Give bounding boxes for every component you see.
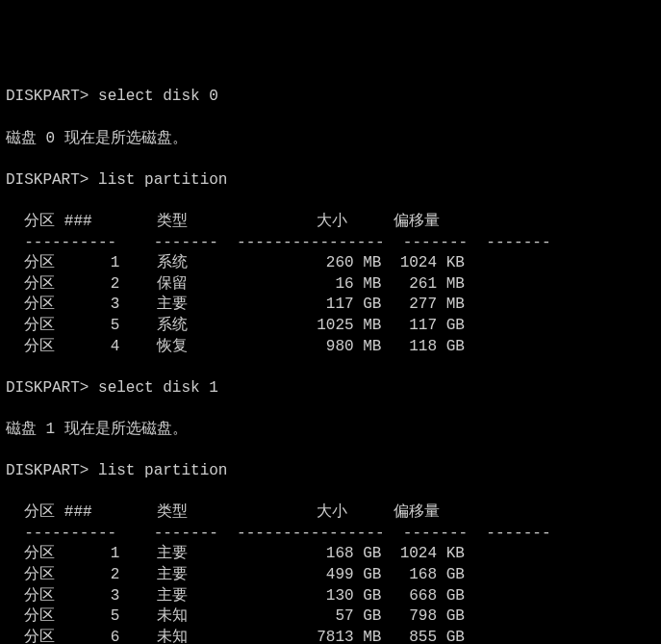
terminal-line <box>6 191 655 212</box>
terminal-line: DISKPART> list partition <box>6 461 655 482</box>
terminal-line <box>6 149 655 170</box>
terminal-line <box>6 482 655 503</box>
terminal-line <box>6 440 655 461</box>
table-row: 分区 5 未知 57 GB 798 GB <box>6 607 465 625</box>
terminal-line: 分区 2 保留 16 MB 261 MB <box>6 274 655 296</box>
terminal-line <box>6 108 655 129</box>
table-row: 分区 3 主要 130 GB 668 GB <box>6 587 465 605</box>
terminal-line: DISKPART> select disk 0 <box>6 87 655 108</box>
terminal-line: 磁盘 0 现在是所选磁盘。 <box>6 129 655 150</box>
msg-disk1-selected: 磁盘 1 现在是所选磁盘。 <box>6 421 188 438</box>
terminal-line: 分区 5 系统 1025 MB 117 GB <box>6 316 655 337</box>
table-dashes: ---------- ------- ---------------- ----… <box>6 525 551 542</box>
terminal-line: DISKPART> select disk 1 <box>6 378 655 399</box>
table-row: 分区 3 主要 117 GB 277 MB <box>6 296 465 313</box>
table-header: 分区 ### 类型 大小 偏移量 <box>6 213 440 230</box>
table-row: 分区 4 恢复 980 MB 118 GB <box>6 338 465 355</box>
terminal-line <box>6 399 655 420</box>
prompt: DISKPART> <box>6 379 89 397</box>
terminal-line: 分区 4 恢复 980 MB 118 GB <box>6 337 655 358</box>
terminal-line: 分区 1 系统 260 MB 1024 KB <box>6 253 655 274</box>
terminal-line: 分区 3 主要 130 GB 668 GB <box>6 586 655 607</box>
table-row: 分区 2 主要 499 GB 168 GB <box>6 566 465 583</box>
terminal-line: 分区 3 主要 117 GB 277 MB <box>6 295 655 316</box>
terminal-line: DISKPART> list partition <box>6 170 655 192</box>
table-header: 分区 ### 类型 大小 偏移量 <box>6 503 440 521</box>
table-row: 分区 1 系统 260 MB 1024 KB <box>6 254 465 271</box>
table-row: 分区 5 系统 1025 MB 117 GB <box>6 317 465 334</box>
table-row: 分区 2 保留 16 MB 261 MB <box>6 275 465 293</box>
terminal-line: 磁盘 1 现在是所选磁盘。 <box>6 420 655 441</box>
terminal-line <box>6 357 655 378</box>
terminal-line: 分区 ### 类型 大小 偏移量 <box>6 212 655 233</box>
terminal-line: 分区 ### 类型 大小 偏移量 <box>6 502 655 524</box>
cmd-select-disk-0: select disk 0 <box>98 88 218 105</box>
cmd-list-partition: list partition <box>98 462 227 479</box>
terminal-line: 分区 1 主要 168 GB 1024 KB <box>6 544 655 565</box>
msg-disk0-selected: 磁盘 0 现在是所选磁盘。 <box>6 130 188 147</box>
terminal-window[interactable]: DISKPART> select disk 0 磁盘 0 现在是所选磁盘。 DI… <box>6 87 655 644</box>
cmd-list-partition: list partition <box>98 171 227 189</box>
cmd-select-disk-1: select disk 1 <box>98 379 218 397</box>
terminal-line: ---------- ------- ---------------- ----… <box>6 233 655 254</box>
terminal-line: ---------- ------- ---------------- ----… <box>6 524 655 545</box>
prompt: DISKPART> <box>6 462 89 479</box>
terminal-line: 分区 2 主要 499 GB 168 GB <box>6 565 655 586</box>
terminal-line: 分区 5 未知 57 GB 798 GB <box>6 606 655 628</box>
table-row: 分区 6 未知 7813 MB 855 GB <box>6 629 465 644</box>
table-row: 分区 1 主要 168 GB 1024 KB <box>6 545 465 562</box>
terminal-line: 分区 6 未知 7813 MB 855 GB <box>6 628 655 644</box>
table-dashes: ---------- ------- ---------------- ----… <box>6 234 551 251</box>
prompt: DISKPART> <box>6 88 89 105</box>
prompt: DISKPART> <box>6 171 89 189</box>
